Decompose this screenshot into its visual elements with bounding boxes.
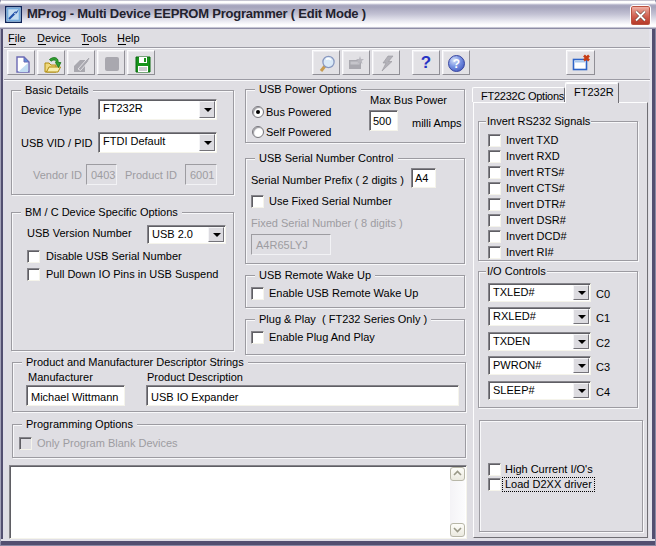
svg-text:?: ? [453, 57, 460, 71]
